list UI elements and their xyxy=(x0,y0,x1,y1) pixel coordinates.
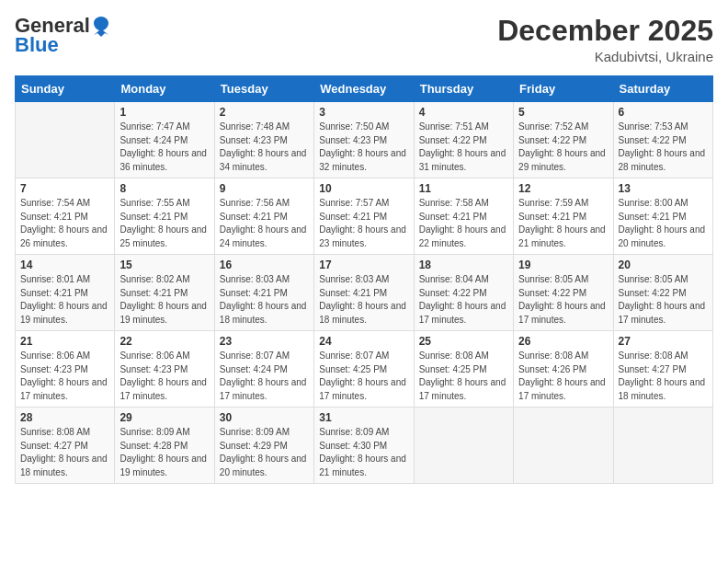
col-friday: Friday xyxy=(514,76,613,102)
logo-bird-icon xyxy=(92,15,110,37)
day-number: 30 xyxy=(220,411,309,424)
table-row: 11Sunrise: 7:58 AMSunset: 4:21 PMDayligh… xyxy=(414,178,513,255)
day-number: 19 xyxy=(518,259,608,271)
table-row xyxy=(16,102,115,178)
day-info: Sunrise: 8:06 AMSunset: 4:23 PMDaylight:… xyxy=(20,350,109,403)
table-row: 14Sunrise: 8:01 AMSunset: 4:21 PMDayligh… xyxy=(16,255,115,331)
day-info: Sunrise: 7:48 AMSunset: 4:23 PMDaylight:… xyxy=(220,121,309,174)
table-row: 21Sunrise: 8:06 AMSunset: 4:23 PMDayligh… xyxy=(16,331,115,408)
table-row: 3Sunrise: 7:50 AMSunset: 4:23 PMDaylight… xyxy=(314,102,414,178)
day-number: 20 xyxy=(619,259,708,271)
table-row: 9Sunrise: 7:56 AMSunset: 4:21 PMDaylight… xyxy=(214,178,313,255)
table-row: 7Sunrise: 7:54 AMSunset: 4:21 PMDaylight… xyxy=(16,178,115,255)
calendar-table: Sunday Monday Tuesday Wednesday Thursday… xyxy=(15,75,713,484)
day-number: 18 xyxy=(419,259,508,271)
col-saturday: Saturday xyxy=(613,76,712,102)
table-row: 25Sunrise: 8:08 AMSunset: 4:25 PMDayligh… xyxy=(414,331,513,408)
day-number: 31 xyxy=(319,411,408,424)
day-number: 14 xyxy=(20,259,109,271)
table-row: 18Sunrise: 8:04 AMSunset: 4:22 PMDayligh… xyxy=(414,255,513,331)
table-row: 22Sunrise: 8:06 AMSunset: 4:23 PMDayligh… xyxy=(115,331,214,408)
calendar-week-row: 1Sunrise: 7:47 AMSunset: 4:24 PMDaylight… xyxy=(16,102,713,178)
day-info: Sunrise: 7:52 AMSunset: 4:22 PMDaylight:… xyxy=(518,121,608,174)
table-row: 12Sunrise: 7:59 AMSunset: 4:21 PMDayligh… xyxy=(514,178,613,255)
day-number: 24 xyxy=(319,335,408,348)
table-row: 6Sunrise: 7:53 AMSunset: 4:22 PMDaylight… xyxy=(613,102,712,178)
col-tuesday: Tuesday xyxy=(214,76,313,102)
day-info: Sunrise: 8:00 AMSunset: 4:21 PMDaylight:… xyxy=(619,197,708,250)
day-number: 22 xyxy=(119,335,209,348)
day-info: Sunrise: 7:53 AMSunset: 4:22 PMDaylight:… xyxy=(619,121,708,174)
day-info: Sunrise: 8:07 AMSunset: 4:25 PMDaylight:… xyxy=(319,350,408,403)
day-number: 25 xyxy=(419,335,508,348)
day-number: 9 xyxy=(220,182,309,195)
day-info: Sunrise: 7:47 AMSunset: 4:24 PMDaylight:… xyxy=(119,121,209,174)
table-row: 10Sunrise: 7:57 AMSunset: 4:21 PMDayligh… xyxy=(314,178,414,255)
calendar-week-row: 28Sunrise: 8:08 AMSunset: 4:27 PMDayligh… xyxy=(16,408,713,484)
day-number: 21 xyxy=(20,335,109,348)
calendar-week-row: 7Sunrise: 7:54 AMSunset: 4:21 PMDaylight… xyxy=(16,178,713,255)
col-monday: Monday xyxy=(115,76,214,102)
page-header: General Blue December 2025 Kadubivtsi, U… xyxy=(15,15,713,64)
table-row: 17Sunrise: 8:03 AMSunset: 4:21 PMDayligh… xyxy=(314,255,414,331)
table-row: 16Sunrise: 8:03 AMSunset: 4:21 PMDayligh… xyxy=(214,255,313,331)
calendar-header-row: Sunday Monday Tuesday Wednesday Thursday… xyxy=(16,76,713,102)
title-block: December 2025 Kadubivtsi, Ukraine xyxy=(497,15,713,64)
day-info: Sunrise: 8:08 AMSunset: 4:25 PMDaylight:… xyxy=(419,350,508,403)
day-number: 23 xyxy=(220,335,309,348)
day-number: 5 xyxy=(518,106,608,119)
day-info: Sunrise: 8:08 AMSunset: 4:26 PMDaylight:… xyxy=(518,350,608,403)
calendar-week-row: 21Sunrise: 8:06 AMSunset: 4:23 PMDayligh… xyxy=(16,331,713,408)
table-row xyxy=(414,408,513,484)
day-number: 1 xyxy=(119,106,209,119)
table-row: 29Sunrise: 8:09 AMSunset: 4:28 PMDayligh… xyxy=(115,408,214,484)
day-number: 15 xyxy=(119,259,209,271)
table-row: 24Sunrise: 8:07 AMSunset: 4:25 PMDayligh… xyxy=(314,331,414,408)
day-number: 26 xyxy=(518,335,608,348)
day-info: Sunrise: 8:03 AMSunset: 4:21 PMDaylight:… xyxy=(319,273,408,327)
day-info: Sunrise: 7:50 AMSunset: 4:23 PMDaylight:… xyxy=(319,121,408,174)
table-row xyxy=(514,408,613,484)
day-info: Sunrise: 7:54 AMSunset: 4:21 PMDaylight:… xyxy=(20,197,109,250)
table-row: 4Sunrise: 7:51 AMSunset: 4:22 PMDaylight… xyxy=(414,102,513,178)
day-info: Sunrise: 8:09 AMSunset: 4:30 PMDaylight:… xyxy=(319,426,408,479)
day-info: Sunrise: 8:05 AMSunset: 4:22 PMDaylight:… xyxy=(518,273,608,327)
table-row: 15Sunrise: 8:02 AMSunset: 4:21 PMDayligh… xyxy=(115,255,214,331)
day-number: 29 xyxy=(119,411,209,424)
table-row: 26Sunrise: 8:08 AMSunset: 4:26 PMDayligh… xyxy=(514,331,613,408)
day-info: Sunrise: 8:04 AMSunset: 4:22 PMDaylight:… xyxy=(419,273,508,327)
day-number: 3 xyxy=(319,106,408,119)
location-subtitle: Kadubivtsi, Ukraine xyxy=(497,49,713,64)
day-number: 13 xyxy=(619,182,708,195)
table-row: 1Sunrise: 7:47 AMSunset: 4:24 PMDaylight… xyxy=(115,102,214,178)
day-info: Sunrise: 8:09 AMSunset: 4:29 PMDaylight:… xyxy=(220,426,309,479)
day-number: 2 xyxy=(220,106,309,119)
day-number: 8 xyxy=(119,182,209,195)
day-number: 4 xyxy=(419,106,508,119)
table-row: 31Sunrise: 8:09 AMSunset: 4:30 PMDayligh… xyxy=(314,408,414,484)
day-info: Sunrise: 8:02 AMSunset: 4:21 PMDaylight:… xyxy=(119,273,209,327)
day-info: Sunrise: 8:03 AMSunset: 4:21 PMDaylight:… xyxy=(220,273,309,327)
day-info: Sunrise: 8:06 AMSunset: 4:23 PMDaylight:… xyxy=(119,350,209,403)
table-row: 2Sunrise: 7:48 AMSunset: 4:23 PMDaylight… xyxy=(214,102,313,178)
day-number: 27 xyxy=(619,335,708,348)
table-row: 23Sunrise: 8:07 AMSunset: 4:24 PMDayligh… xyxy=(214,331,313,408)
logo: General Blue xyxy=(15,15,110,57)
day-number: 12 xyxy=(518,182,608,195)
col-thursday: Thursday xyxy=(414,76,513,102)
day-info: Sunrise: 7:59 AMSunset: 4:21 PMDaylight:… xyxy=(518,197,608,250)
table-row: 28Sunrise: 8:08 AMSunset: 4:27 PMDayligh… xyxy=(16,408,115,484)
day-info: Sunrise: 7:55 AMSunset: 4:21 PMDaylight:… xyxy=(119,197,209,250)
day-info: Sunrise: 8:08 AMSunset: 4:27 PMDaylight:… xyxy=(20,426,109,479)
col-wednesday: Wednesday xyxy=(314,76,414,102)
day-number: 6 xyxy=(619,106,708,119)
calendar-week-row: 14Sunrise: 8:01 AMSunset: 4:21 PMDayligh… xyxy=(16,255,713,331)
table-row xyxy=(613,408,712,484)
main-container: General Blue December 2025 Kadubivtsi, U… xyxy=(0,0,728,491)
table-row: 8Sunrise: 7:55 AMSunset: 4:21 PMDaylight… xyxy=(115,178,214,255)
table-row: 19Sunrise: 8:05 AMSunset: 4:22 PMDayligh… xyxy=(514,255,613,331)
day-number: 16 xyxy=(220,259,309,271)
table-row: 13Sunrise: 8:00 AMSunset: 4:21 PMDayligh… xyxy=(613,178,712,255)
table-row: 30Sunrise: 8:09 AMSunset: 4:29 PMDayligh… xyxy=(214,408,313,484)
day-info: Sunrise: 8:05 AMSunset: 4:22 PMDaylight:… xyxy=(619,273,708,327)
